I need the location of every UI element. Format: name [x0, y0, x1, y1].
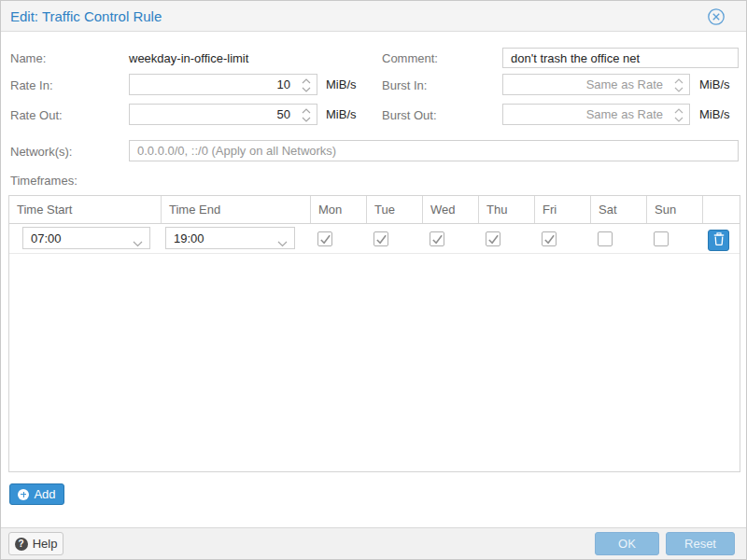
- rate-out-field: [129, 104, 317, 125]
- time-start-combo[interactable]: 07:00: [22, 227, 150, 249]
- column-header-sat[interactable]: Sat: [591, 196, 647, 223]
- checkbox-fri[interactable]: [542, 231, 557, 246]
- burst-in-spinner[interactable]: [673, 77, 684, 93]
- chevron-down-icon: [277, 236, 288, 250]
- dialog-title: Edit: Traffic Control Rule: [10, 8, 162, 24]
- checkbox-mon[interactable]: [317, 231, 332, 246]
- add-timeframe-button[interactable]: Add: [9, 483, 64, 505]
- burst-in-input[interactable]: [503, 75, 689, 94]
- time-end-combo[interactable]: 19:00: [165, 227, 295, 249]
- rate-in-label: Rate In:: [10, 78, 53, 92]
- chevron-down-icon: [133, 236, 143, 250]
- rate-in-field: [129, 74, 317, 95]
- comment-label: Comment:: [382, 51, 438, 65]
- burst-out-spinner[interactable]: [673, 107, 684, 123]
- ok-button[interactable]: OK: [595, 532, 659, 555]
- edit-traffic-control-rule-dialog: Edit: Traffic Control Rule Name: weekday…: [0, 0, 747, 560]
- column-header-fri[interactable]: Fri: [535, 196, 591, 223]
- dialog-footer: ? Help OK Reset: [1, 527, 746, 560]
- burst-in-unit: MiB/s: [699, 77, 730, 91]
- column-header-actions: [703, 196, 740, 223]
- column-header-time-end[interactable]: Time End: [162, 196, 311, 223]
- checkbox-wed[interactable]: [430, 231, 444, 246]
- name-label: Name:: [10, 51, 46, 65]
- reset-button[interactable]: Reset: [666, 532, 735, 555]
- trash-icon: [713, 232, 725, 248]
- timeframes-label: Timeframes:: [10, 174, 78, 188]
- column-header-wed[interactable]: Wed: [423, 196, 479, 223]
- networks-label: Network(s):: [10, 145, 72, 159]
- timeframes-header-row: Time Start Time End Mon Tue Wed Thu Fri …: [9, 196, 740, 224]
- time-start-value: 07:00: [31, 231, 62, 245]
- burst-out-field: [502, 104, 690, 125]
- column-header-mon[interactable]: Mon: [311, 196, 367, 223]
- close-icon[interactable]: [707, 7, 726, 26]
- delete-row-button[interactable]: [708, 230, 729, 251]
- rate-out-spinner[interactable]: [301, 107, 312, 123]
- comment-input[interactable]: [502, 48, 739, 68]
- burst-out-unit: MiB/s: [699, 107, 730, 121]
- checkbox-thu[interactable]: [486, 231, 500, 246]
- help-button[interactable]: ? Help: [8, 532, 63, 555]
- checkbox-sat[interactable]: [598, 231, 613, 246]
- help-button-label: Help: [33, 537, 58, 551]
- burst-out-label: Burst Out:: [382, 108, 437, 122]
- column-header-time-start[interactable]: Time Start: [9, 196, 162, 223]
- add-button-label: Add: [34, 487, 55, 501]
- burst-in-field: [502, 74, 690, 95]
- column-header-tue[interactable]: Tue: [367, 196, 423, 223]
- question-circle-icon: ?: [15, 538, 28, 551]
- rate-in-input[interactable]: [130, 75, 317, 94]
- rate-in-spinner[interactable]: [301, 77, 312, 93]
- plus-circle-icon: [18, 489, 29, 500]
- checkbox-sun[interactable]: [654, 231, 669, 246]
- rate-in-unit: MiB/s: [326, 77, 357, 91]
- rate-out-unit: MiB/s: [326, 107, 357, 121]
- burst-out-input[interactable]: [503, 105, 689, 124]
- dialog-titlebar: Edit: Traffic Control Rule: [1, 1, 746, 32]
- column-header-thu[interactable]: Thu: [479, 196, 535, 223]
- checkbox-tue[interactable]: [374, 231, 388, 246]
- time-end-value: 19:00: [174, 231, 204, 245]
- rate-out-input[interactable]: [130, 105, 317, 124]
- name-value: weekday-in-office-limit: [129, 51, 248, 65]
- networks-input[interactable]: [129, 140, 739, 161]
- burst-in-label: Burst In:: [382, 78, 427, 92]
- column-header-sun[interactable]: Sun: [647, 196, 703, 223]
- rate-out-label: Rate Out:: [10, 108, 63, 122]
